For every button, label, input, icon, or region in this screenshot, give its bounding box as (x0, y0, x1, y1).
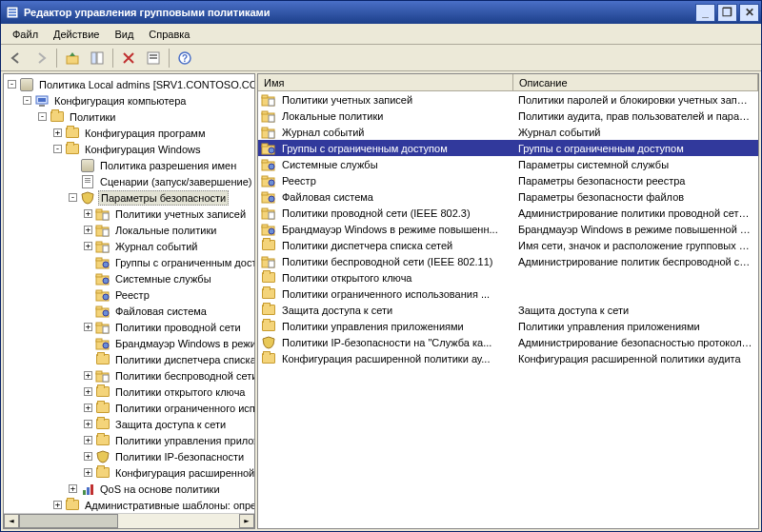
properties-button[interactable] (142, 47, 165, 69)
list-row[interactable]: Политики диспетчера списка сетейИмя сети… (258, 237, 758, 253)
menu-action[interactable]: Действие (46, 26, 107, 43)
tree-expander[interactable]: + (84, 323, 92, 331)
scroll-left-button[interactable]: ◄ (4, 514, 19, 528)
folder-icon (95, 384, 110, 400)
tree-expander[interactable]: - (53, 145, 62, 153)
tree-row[interactable]: +Политики открытого ключа (4, 384, 254, 400)
list-row[interactable]: Политики беспроводной сети (IEEE 802.11)… (258, 253, 758, 269)
tree-expander[interactable]: + (53, 501, 62, 509)
tree-row[interactable]: Системные службы (4, 270, 254, 286)
tree-expander[interactable]: + (84, 209, 92, 218)
tree-expander[interactable]: + (84, 404, 92, 412)
tree-expander[interactable]: + (53, 128, 62, 137)
svg-rect-38 (103, 326, 109, 333)
list-row[interactable]: Политики открытого ключа (258, 269, 758, 286)
tree-row[interactable]: +Конфигурация программ (4, 125, 254, 141)
tree-row[interactable]: -Конфигурация Windows (4, 141, 254, 157)
tree-label: Брандмауэр Windows в режиме (113, 337, 254, 350)
list-row[interactable]: Политики IP-безопасности на "Служба ка..… (258, 334, 758, 350)
column-description[interactable]: Описание (513, 74, 758, 90)
tree-row[interactable]: Файловая система (4, 303, 254, 319)
list-row[interactable]: Конфигурация расширенной политики ау...К… (258, 350, 758, 366)
show-tree-button[interactable] (86, 47, 109, 69)
delete-button[interactable] (117, 47, 140, 69)
list-row[interactable]: Системные службыПараметры системной служ… (258, 156, 758, 172)
menu-file[interactable]: Файл (5, 26, 46, 43)
list-row[interactable]: Группы с ограниченным доступомГруппы с о… (258, 140, 758, 156)
tree-expander[interactable]: - (8, 80, 16, 89)
tree[interactable]: -Политика Local admins [SRV1.CONTOSO.COM… (4, 74, 254, 513)
tree-row[interactable]: +Политики беспроводной сети (4, 367, 254, 384)
tree-expander[interactable]: - (23, 96, 31, 105)
folder-icon (65, 126, 80, 141)
svg-rect-20 (103, 229, 109, 236)
tree-row[interactable]: +Политики проводной сети (4, 319, 254, 335)
tree-row[interactable]: +Локальные политики (4, 222, 254, 238)
tree-row[interactable]: +Политики IP-безопасности (4, 448, 254, 464)
tree-row[interactable]: +Административные шаблоны: определения (4, 497, 254, 513)
tree-row[interactable]: Реестр (4, 286, 254, 303)
tree-expander[interactable]: + (84, 242, 92, 250)
tree-row[interactable]: +QoS на основе политики (4, 481, 254, 497)
tree-expander[interactable]: + (84, 387, 92, 396)
list-row[interactable]: Политики ограниченного использования ... (258, 286, 758, 302)
menu-view[interactable]: Вид (107, 26, 141, 43)
tree-row[interactable]: Политика разрешения имен (4, 157, 254, 173)
tree-row[interactable]: +Политики учетных записей (4, 206, 254, 222)
tree-row[interactable]: Политики диспетчера списка (4, 351, 254, 367)
list-row[interactable]: Файловая системаПараметры безопасности ф… (258, 188, 758, 205)
tree-row[interactable]: Сценарии (запуск/завершение) (4, 173, 254, 189)
list-row[interactable]: РеестрПараметры безопасности реестра (258, 172, 758, 188)
up-button[interactable] (61, 47, 84, 69)
folder-icon (50, 109, 65, 125)
tree-row[interactable]: +Политики управления приложениями (4, 432, 254, 448)
titlebar[interactable]: Редактор управления групповыми политикам… (1, 1, 761, 24)
list-row[interactable]: Брандмауэр Windows в режиме повышенн...Б… (258, 221, 758, 237)
scroll-thumb[interactable] (19, 514, 118, 528)
list-row[interactable]: Политики управления приложениямиПолитики… (258, 318, 758, 334)
tree-expander[interactable]: + (84, 371, 92, 380)
back-button[interactable] (5, 47, 28, 69)
tree-expander[interactable]: - (69, 193, 77, 202)
list-body[interactable]: Политики учетных записейПолитики паролей… (258, 91, 758, 528)
tree-row[interactable]: +Конфигурация расширенной (4, 464, 254, 481)
tree-expander[interactable]: + (69, 484, 77, 493)
list-row[interactable]: Локальные политикиПолитики аудита, прав … (258, 108, 758, 124)
svg-rect-64 (262, 176, 268, 179)
tree-row[interactable]: +Политики ограниченного использования (4, 400, 254, 416)
scroll-right-button[interactable]: ► (239, 514, 254, 528)
column-name[interactable]: Имя (258, 74, 513, 90)
tree-row[interactable]: -Политика Local admins [SRV1.CONTOSO.COM (4, 76, 254, 92)
menu-help[interactable]: Справка (141, 26, 197, 43)
restore-button[interactable]: ❐ (717, 4, 737, 22)
list-row[interactable]: Защита доступа к сетиЗащита доступа к се… (258, 302, 758, 318)
tree-expander[interactable]: + (84, 468, 92, 477)
tree-expander[interactable]: + (84, 452, 92, 461)
list-row[interactable]: Политики проводной сети (IEEE 802.3)Адми… (258, 205, 758, 221)
minimize-button[interactable]: _ (695, 4, 715, 22)
list-row[interactable]: Политики учетных записейПолитики паролей… (258, 91, 758, 108)
tree-row[interactable]: -Конфигурация компьютера (4, 92, 254, 108)
tree-expander[interactable]: + (84, 226, 92, 234)
folderp-icon (95, 368, 110, 384)
help-button[interactable]: ? (173, 47, 196, 69)
folder2-icon (95, 336, 110, 351)
tree-row[interactable]: Брандмауэр Windows в режиме (4, 335, 254, 351)
tree-row[interactable]: Группы с ограниченным доступом (4, 254, 254, 270)
scroll-icon (19, 77, 34, 92)
tree-expander[interactable]: - (38, 112, 47, 121)
tree-hscrollbar[interactable]: ◄ ► (4, 513, 254, 528)
forward-button[interactable] (30, 47, 52, 69)
svg-rect-73 (262, 225, 268, 227)
tree-row[interactable]: -Параметры безопасности (4, 189, 254, 206)
list-row[interactable]: Журнал событийЖурнал событий (258, 124, 758, 140)
folder2-icon (261, 157, 276, 172)
tree-label: QoS на основе политики (98, 483, 222, 496)
tree-expander[interactable]: + (84, 420, 92, 428)
tree-row[interactable]: +Журнал событий (4, 238, 254, 254)
tree-row[interactable]: -Политики (4, 108, 254, 125)
tree-label: Политика Local admins [SRV1.CONTOSO.COM (37, 78, 254, 91)
tree-expander[interactable]: + (84, 436, 92, 444)
tree-row[interactable]: +Защита доступа к сети (4, 416, 254, 432)
close-button[interactable]: ✕ (739, 4, 759, 22)
